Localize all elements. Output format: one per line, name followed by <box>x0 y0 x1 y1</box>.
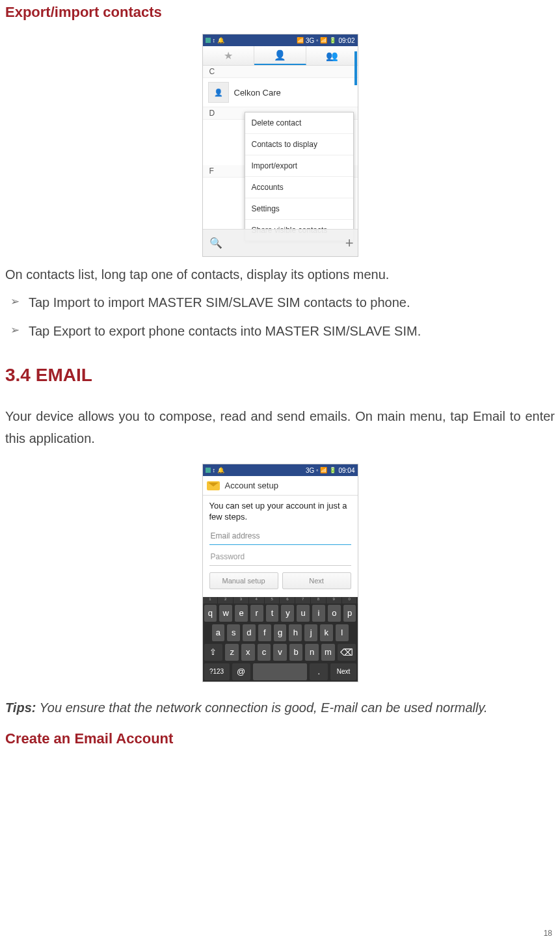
group-icon: 👥 <box>326 50 338 62</box>
keyboard-row3: ⇧ z x c v b n m ⌫ <box>203 643 358 662</box>
key-v[interactable]: v <box>273 644 287 661</box>
manual-setup-button[interactable]: Manual setup <box>209 572 278 589</box>
context-menu: Delete contact Contacts to display Impor… <box>245 112 354 241</box>
account-setup-title: Account setup <box>225 481 278 490</box>
add-contact-button[interactable]: + <box>345 235 354 252</box>
keyboard-row4: ?123 @ . Next <box>203 662 358 682</box>
bullet-item: ➢ Tap Import to import MASTER SIM/SLAVE … <box>10 292 555 313</box>
key-f[interactable]: f <box>258 624 271 641</box>
email-field[interactable]: Email address <box>209 528 351 545</box>
email-intro: Your device allows you to compose, read … <box>5 405 555 449</box>
screenshot-email-wrap: ↕🔔 3G ▫📶🔋 09:04 Account setup You can se… <box>5 464 555 682</box>
key-n[interactable]: n <box>305 644 319 661</box>
menu-accounts[interactable]: Accounts <box>245 177 353 198</box>
menu-contacts-to-display[interactable]: Contacts to display <box>245 134 353 155</box>
bullet-item: ➢ Tap Export to export phone contacts in… <box>10 321 555 341</box>
key-z[interactable]: z <box>225 644 239 661</box>
status-3g-label: 3G <box>306 37 314 44</box>
key-u[interactable]: u <box>297 605 310 622</box>
star-icon: ★ <box>224 49 233 62</box>
key-l[interactable]: l <box>336 624 349 641</box>
mail-icon <box>207 481 220 490</box>
key-t[interactable]: t <box>266 605 279 622</box>
status-bar: ↕🔔 3G ▫📶🔋 09:04 <box>203 464 358 476</box>
status-bar: ↕🔔 📶 3G ▫📶🔋 09:02 <box>203 34 358 46</box>
key-e[interactable]: e <box>235 605 248 622</box>
contact-row[interactable]: 👤 Celkon Care <box>203 78 358 107</box>
key-shift[interactable]: ⇧ <box>204 644 223 661</box>
screenshot-email-setup: ↕🔔 3G ▫📶🔋 09:04 Account setup You can se… <box>202 464 358 682</box>
menu-settings[interactable]: Settings <box>245 198 353 220</box>
key-b[interactable]: b <box>289 644 303 661</box>
key-k[interactable]: k <box>320 624 333 641</box>
tab-groups[interactable]: 👥 <box>306 46 358 65</box>
key-p[interactable]: p <box>343 605 356 622</box>
contacts-tabs: ★ 👤 👥 <box>203 46 358 66</box>
key-x[interactable]: x <box>241 644 255 661</box>
key-w[interactable]: w <box>219 605 232 622</box>
keyboard-row1: q w e r t y u i o p <box>203 604 358 623</box>
bullet-icon: ➢ <box>10 321 20 340</box>
keyboard-row2: a s d f g h j k l <box>203 623 358 643</box>
key-s[interactable]: s <box>227 624 240 641</box>
key-a[interactable]: a <box>212 624 225 641</box>
menu-delete-contact[interactable]: Delete contact <box>245 113 353 134</box>
keyboard: 1234567890 q w e r t y u i o p a s d f g… <box>203 597 358 682</box>
contacts-intro: On contacts list, long tap one of contac… <box>5 263 555 286</box>
key-backspace[interactable]: ⌫ <box>338 644 356 661</box>
tab-contacts[interactable]: 👤 <box>254 46 306 65</box>
status-time: 09:04 <box>338 467 354 474</box>
tips-body: You ensure that the network connection i… <box>36 700 487 715</box>
key-dot[interactable]: . <box>310 663 328 680</box>
key-at[interactable]: @ <box>232 663 250 680</box>
key-y[interactable]: y <box>281 605 294 622</box>
avatar-icon: 👤 <box>208 82 229 103</box>
setup-message: You can set up your account in just a fe… <box>209 501 351 523</box>
key-q[interactable]: q <box>204 605 217 622</box>
heading-create-account: Create an Email Account <box>5 730 555 747</box>
page-number: 18 <box>544 929 552 938</box>
key-o[interactable]: o <box>328 605 341 622</box>
key-space[interactable] <box>253 663 308 680</box>
bullet-icon: ➢ <box>10 292 20 312</box>
key-next[interactable]: Next <box>330 663 356 680</box>
tab-favorites[interactable]: ★ <box>203 46 255 65</box>
key-i[interactable]: i <box>312 605 325 622</box>
key-r[interactable]: r <box>250 605 263 622</box>
screenshot-contacts-wrap: ↕🔔 📶 3G ▫📶🔋 09:02 ★ 👤 👥 C 👤 Celkon Care … <box>5 34 555 257</box>
bottom-bar: 🔍 + <box>203 229 358 256</box>
key-h[interactable]: h <box>289 624 302 641</box>
section-header-c: C <box>203 66 358 78</box>
next-button[interactable]: Next <box>282 572 351 589</box>
contact-name: Celkon Care <box>234 88 281 98</box>
key-j[interactable]: j <box>304 624 317 641</box>
screenshot-contacts: ↕🔔 📶 3G ▫📶🔋 09:02 ★ 👤 👥 C 👤 Celkon Care … <box>202 34 358 257</box>
password-field[interactable]: Password <box>209 549 351 566</box>
person-icon: 👤 <box>274 49 286 61</box>
key-c[interactable]: c <box>258 644 271 661</box>
heading-email: 3.4 EMAIL <box>5 365 555 386</box>
search-icon[interactable]: 🔍 <box>209 237 222 249</box>
account-setup-titlebar: Account setup <box>203 476 358 496</box>
status-3g-label: 3G <box>306 467 314 474</box>
status-time: 09:02 <box>338 37 354 44</box>
keyboard-number-hints: 1234567890 <box>203 597 358 604</box>
heading-export-import: Export/import contacts <box>5 4 555 21</box>
menu-import-export[interactable]: Import/export <box>245 155 353 177</box>
key-d[interactable]: d <box>243 624 256 641</box>
bullet-text: Tap Import to import MASTER SIM/SLAVE SI… <box>29 292 410 313</box>
bullet-text: Tap Export to export phone contacts into… <box>29 321 421 341</box>
key-symbols[interactable]: ?123 <box>204 663 230 680</box>
key-m[interactable]: m <box>321 644 335 661</box>
tips-label: Tips: <box>5 700 36 715</box>
tips-paragraph: Tips: You ensure that the network connec… <box>5 697 555 719</box>
key-g[interactable]: g <box>274 624 287 641</box>
bullet-list: ➢ Tap Import to import MASTER SIM/SLAVE … <box>10 292 555 341</box>
